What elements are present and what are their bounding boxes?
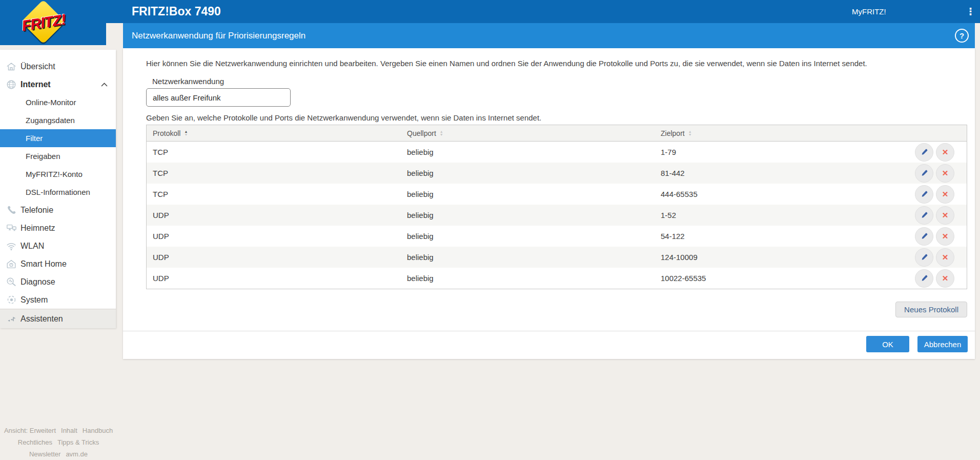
myfritz-link[interactable]: MyFRITZ! xyxy=(852,0,886,23)
delete-button[interactable]: ✕ xyxy=(936,206,954,225)
fritzbox-ui: FRITZ!Box 7490 MyFRITZ! ⋮ FRITZ! Netzwer… xyxy=(0,0,980,460)
pencil-icon xyxy=(921,274,928,282)
pencil-icon xyxy=(921,169,928,177)
page-title: Netzwerkanwendung für Priorisierungsrege… xyxy=(132,31,305,41)
cancel-button[interactable]: Abbrechen xyxy=(917,336,968,352)
edit-button[interactable] xyxy=(915,143,933,162)
phone-icon xyxy=(5,205,17,215)
delete-button[interactable]: ✕ xyxy=(936,227,954,246)
delete-button[interactable]: ✕ xyxy=(936,143,954,162)
delete-icon: ✕ xyxy=(942,211,949,219)
edit-button[interactable] xyxy=(915,227,933,246)
page-title-bar: Netzwerkanwendung für Priorisierungsrege… xyxy=(123,23,975,48)
delete-icon: ✕ xyxy=(942,169,949,177)
app-name-input[interactable] xyxy=(146,88,291,107)
fritz-logo[interactable]: FRITZ! xyxy=(0,0,106,45)
table-row: UDP beliebig 54-122 ✕ xyxy=(147,226,967,247)
edit-button[interactable] xyxy=(915,248,933,267)
edit-button[interactable] xyxy=(915,185,933,204)
help-icon[interactable]: ? xyxy=(955,29,969,43)
delete-icon: ✕ xyxy=(942,274,949,282)
protocols-table: Protokoll ▲▼ Quellport ▲▼ Zielport ▲▼ TC… xyxy=(146,125,967,289)
globe-icon xyxy=(5,79,17,90)
sidebar-item-heimnetz[interactable]: Heimnetz xyxy=(0,219,116,237)
edit-button[interactable] xyxy=(915,206,933,225)
delete-icon: ✕ xyxy=(942,232,949,240)
pencil-icon xyxy=(921,232,928,240)
table-header-row: Protokoll ▲▼ Quellport ▲▼ Zielport ▲▼ xyxy=(147,125,967,142)
footer-link-inhalt[interactable]: Inhalt xyxy=(61,427,77,434)
intro-text: Hier können Sie die Netzwerkanwendung ei… xyxy=(146,59,959,68)
delete-button[interactable]: ✕ xyxy=(936,164,954,183)
sidebar-item-smart-home[interactable]: Smart Home xyxy=(0,255,116,273)
column-header-zielport[interactable]: Zielport ▲▼ xyxy=(661,129,967,137)
top-header-bar: FRITZ!Box 7490 MyFRITZ! ⋮ xyxy=(0,0,980,23)
chevron-up-icon xyxy=(101,83,108,87)
delete-button[interactable]: ✕ xyxy=(936,185,954,204)
system-icon xyxy=(5,294,17,305)
table-row: TCP beliebig 444-65535 ✕ xyxy=(147,184,967,205)
footer-link-ansicht[interactable]: Ansicht: Erweitert xyxy=(4,427,56,434)
sidebar-item-diagnose[interactable]: Diagnose xyxy=(0,273,116,291)
sidebar-item-assistenten[interactable]: Assistenten xyxy=(0,309,116,328)
footer-link-newsletter[interactable]: Newsletter xyxy=(29,450,60,458)
column-header-protokoll[interactable]: Protokoll ▲▼ xyxy=(147,129,407,137)
edit-button[interactable] xyxy=(915,269,933,288)
pencil-icon xyxy=(921,148,928,156)
fritz-logo-text: FRITZ! xyxy=(0,0,90,52)
sidebar-item-uebersicht[interactable]: Übersicht xyxy=(0,57,116,75)
sort-icon: ▲▼ xyxy=(184,130,188,136)
app-name-label: Netzwerkanwendung xyxy=(152,77,224,86)
footer-link-tipps[interactable]: Tipps & Tricks xyxy=(57,438,99,446)
sidebar-item-online-monitor[interactable]: Online-Monitor xyxy=(0,93,116,111)
sidebar-item-wlan[interactable]: WLAN xyxy=(0,237,116,255)
pencil-icon xyxy=(921,211,928,219)
wizard-steps-icon xyxy=(5,314,17,324)
smart-home-icon xyxy=(5,258,17,270)
network-devices-icon xyxy=(5,223,17,234)
sidebar-item-telefonie[interactable]: Telefonie xyxy=(0,201,116,219)
table-row: UDP beliebig 10022-65535 ✕ xyxy=(147,268,967,289)
home-icon xyxy=(5,61,17,72)
delete-icon: ✕ xyxy=(942,190,949,198)
sidebar-item-myfritz-konto[interactable]: MyFRITZ!-Konto xyxy=(0,165,116,183)
footer-links: Ansicht: ErweitertInhaltHandbuch Rechtli… xyxy=(0,425,117,460)
kebab-menu-icon[interactable]: ⋮ xyxy=(966,0,975,23)
sidebar-item-zugangsdaten[interactable]: Zugangsdaten xyxy=(0,111,116,129)
ok-button[interactable]: OK xyxy=(866,336,909,352)
sidebar-nav: Übersicht Internet Online-Monitor Zugang… xyxy=(0,50,116,328)
table-row: UDP beliebig 124-10009 ✕ xyxy=(147,247,967,268)
app-title: FRITZ!Box 7490 xyxy=(132,0,221,23)
wifi-icon xyxy=(5,241,17,252)
delete-button[interactable]: ✕ xyxy=(936,269,954,288)
pencil-icon xyxy=(921,253,928,261)
column-header-quellport[interactable]: Quellport ▲▼ xyxy=(407,129,661,137)
footer-divider xyxy=(123,331,975,331)
delete-icon: ✕ xyxy=(942,253,949,261)
sort-icon: ▲▼ xyxy=(688,130,692,136)
ports-hint-text: Geben Sie an, welche Protokolle und Port… xyxy=(146,113,541,122)
sidebar-item-filter[interactable]: Filter xyxy=(0,129,116,147)
delete-button[interactable]: ✕ xyxy=(936,248,954,267)
sort-icon: ▲▼ xyxy=(440,130,443,136)
footer-link-rechtliches[interactable]: Rechtliches xyxy=(18,438,52,446)
table-row: TCP beliebig 81-442 ✕ xyxy=(147,163,967,184)
footer-link-handbuch[interactable]: Handbuch xyxy=(83,427,113,434)
sidebar-item-system[interactable]: System xyxy=(0,291,116,309)
main-content-panel: Hier können Sie die Netzwerkanwendung ei… xyxy=(123,48,975,359)
footer-link-avm[interactable]: avm.de xyxy=(66,450,88,458)
pencil-icon xyxy=(921,190,928,198)
delete-icon: ✕ xyxy=(942,148,949,156)
sidebar-item-freigaben[interactable]: Freigaben xyxy=(0,147,116,165)
sidebar-item-dsl-informationen[interactable]: DSL-Informationen xyxy=(0,183,116,201)
edit-button[interactable] xyxy=(915,164,933,183)
table-row: UDP beliebig 1-52 ✕ xyxy=(147,205,967,226)
diagnose-magnifier-icon xyxy=(5,276,17,288)
sidebar-item-internet[interactable]: Internet xyxy=(0,75,116,93)
new-protocol-button[interactable]: Neues Protokoll xyxy=(895,302,967,317)
table-row: TCP beliebig 1-79 ✕ xyxy=(147,142,967,163)
